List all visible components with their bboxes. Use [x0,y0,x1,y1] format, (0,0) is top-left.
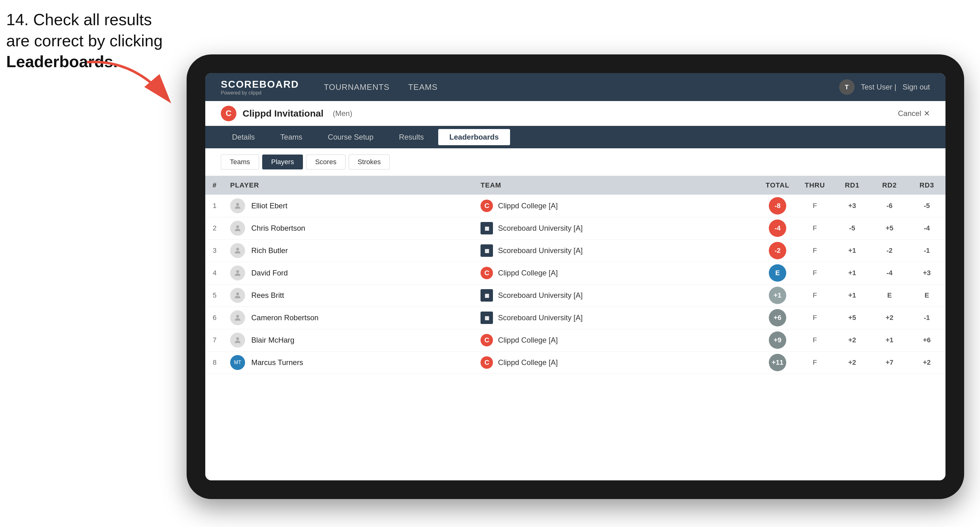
app-header: SCOREBOARD Powered by clippd TOURNAMENTS… [205,73,945,101]
sub-navigation: Details Teams Course Setup Results Leade… [205,126,945,148]
svg-point-3 [236,248,239,251]
filter-bar: Teams Players Scores Strokes [205,148,945,176]
col-rd2: RD2 [871,176,908,195]
tab-details[interactable]: Details [221,129,266,145]
svg-point-6 [236,315,239,318]
nav-teams[interactable]: TEAMS [408,79,438,95]
player-name: David Ford [251,268,288,277]
team-name: Scoreboard University [A] [498,246,582,255]
team-logo-clippd: C [480,200,493,212]
player-name: Chris Robertson [251,224,305,233]
team-logo-scoreboard: ▦ [480,222,493,235]
cell-rank: 3 [205,240,224,262]
signout-link[interactable]: Sign out [902,83,930,91]
user-avatar: T [839,79,855,95]
tablet-screen: SCOREBOARD Powered by clippd TOURNAMENTS… [205,73,945,480]
cell-player: Elliot Ebert [224,195,474,217]
player-name: Elliot Ebert [251,202,287,210]
tournament-bar: C Clippd Invitational (Men) Cancel ✕ [205,101,945,126]
cell-rank: 6 [205,306,224,329]
cell-team: ▦Scoreboard University [A] [474,306,759,329]
cell-rd2: -2 [871,240,908,262]
cell-rd2: +7 [871,351,908,374]
team-logo-clippd: C [480,334,493,346]
cell-rd2: -6 [871,195,908,217]
tab-course-setup[interactable]: Course Setup [317,129,385,145]
col-rd3: RD3 [908,176,945,195]
cell-thru: F [796,262,834,284]
tournament-name: Clippd Invitational [243,108,323,119]
cell-thru: F [796,195,834,217]
col-thru: THRU [796,176,834,195]
cell-rd1: +2 [834,329,871,351]
tab-teams[interactable]: Teams [269,129,313,145]
tablet-device: SCOREBOARD Powered by clippd TOURNAMENTS… [187,54,964,499]
cell-team: CClippd College [A] [474,262,759,284]
cell-rd1: +1 [834,284,871,306]
cell-rd2: +2 [871,306,908,329]
cell-rank: 8 [205,351,224,374]
logo-sub: Powered by clippd [221,90,299,96]
player-avatar [230,221,245,236]
cell-rd2: +1 [871,329,908,351]
player-avatar [230,198,245,213]
team-logo-scoreboard: ▦ [480,244,493,257]
team-name: Scoreboard University [A] [498,291,582,300]
cell-rd3: -1 [908,240,945,262]
cell-rd3: -1 [908,306,945,329]
cell-rd1: -5 [834,217,871,240]
cell-player: David Ford [224,262,474,284]
nav-links: TOURNAMENTS TEAMS [324,79,839,95]
cell-thru: F [796,306,834,329]
player-name: Rees Britt [251,291,284,300]
cell-rd1: +2 [834,351,871,374]
tournament-title-area: C Clippd Invitational (Men) [221,106,352,121]
team-name: Scoreboard University [A] [498,313,582,322]
tab-leaderboards[interactable]: Leaderboards [438,129,510,145]
cell-rd3: E [908,284,945,306]
table-row: 4David FordCClippd College [A]EF+1-4+3 [205,262,945,284]
table-row: 5Rees Britt▦Scoreboard University [A]+1F… [205,284,945,306]
col-rd1: RD1 [834,176,871,195]
cell-rd1: +3 [834,195,871,217]
player-name: Blair McHarg [251,336,294,344]
nav-tournaments[interactable]: TOURNAMENTS [324,79,390,95]
header-right: T Test User | Sign out [839,79,930,95]
svg-point-2 [236,225,239,228]
team-name: Clippd College [A] [498,336,558,344]
filter-scores[interactable]: Scores [306,154,345,170]
player-avatar: MT [230,355,245,370]
filter-players[interactable]: Players [262,154,303,170]
team-logo-clippd: C [480,356,493,369]
team-name: Scoreboard University [A] [498,224,582,233]
player-avatar [230,288,245,303]
filter-teams[interactable]: Teams [221,154,259,170]
cell-rd3: +3 [908,262,945,284]
cancel-button[interactable]: Cancel ✕ [898,109,930,118]
cell-total: E [759,262,796,284]
table-header: # PLAYER TEAM TOTAL THRU RD1 RD2 RD3 [205,176,945,195]
cell-rank: 1 [205,195,224,217]
cell-thru: F [796,329,834,351]
cell-rank: 7 [205,329,224,351]
cell-player: Rees Britt [224,284,474,306]
table-row: 2Chris Robertson▦Scoreboard University [… [205,217,945,240]
cell-rd2: E [871,284,908,306]
cell-team: CClippd College [A] [474,329,759,351]
tab-results[interactable]: Results [388,129,435,145]
team-name: Clippd College [A] [498,268,558,277]
filter-strokes[interactable]: Strokes [348,154,390,170]
instruction-text: 14. Check all results are correct by cli… [6,10,163,73]
table-row: 1Elliot EbertCClippd College [A]-8F+3-6-… [205,195,945,217]
player-name: Cameron Robertson [251,313,318,322]
cell-player: Blair McHarg [224,329,474,351]
player-avatar [230,265,245,281]
col-player: PLAYER [224,176,474,195]
table-body: 1Elliot EbertCClippd College [A]-8F+3-6-… [205,195,945,374]
leaderboard-table: # PLAYER TEAM TOTAL THRU RD1 RD2 RD3 1El… [205,176,945,480]
svg-point-4 [236,270,239,273]
cell-total: +6 [759,306,796,329]
cell-total: +1 [759,284,796,306]
table-row: 8MTMarcus TurnersCClippd College [A]+11F… [205,351,945,374]
svg-point-5 [236,292,239,295]
